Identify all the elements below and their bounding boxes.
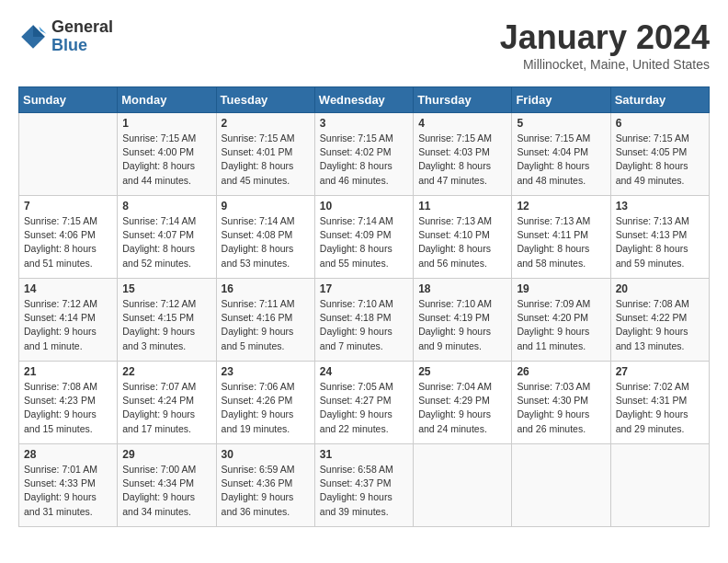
calendar-cell: 20Sunrise: 7:08 AMSunset: 4:22 PMDayligh… (610, 279, 709, 362)
day-info: Sunrise: 7:14 AMSunset: 4:08 PMDaylight:… (222, 214, 310, 270)
calendar-cell: 7Sunrise: 7:15 AMSunset: 4:06 PMDaylight… (19, 196, 118, 279)
day-info: Sunrise: 7:11 AMSunset: 4:16 PMDaylight:… (222, 297, 310, 353)
day-info: Sunrise: 7:15 AMSunset: 4:02 PMDaylight:… (320, 132, 408, 188)
day-info: Sunrise: 7:07 AMSunset: 4:24 PMDaylight:… (122, 380, 210, 436)
day-info: Sunrise: 7:04 AMSunset: 4:29 PMDaylight:… (418, 380, 506, 436)
calendar-cell: 2Sunrise: 7:15 AMSunset: 4:01 PMDaylight… (216, 113, 314, 196)
calendar-cell: 18Sunrise: 7:10 AMSunset: 4:19 PMDayligh… (414, 279, 512, 362)
day-info: Sunrise: 7:15 AMSunset: 4:00 PMDaylight:… (122, 132, 210, 188)
day-number: 3 (320, 117, 408, 130)
day-number: 7 (24, 200, 112, 213)
title-block: January 2024 Millinocket, Maine, United … (500, 18, 710, 72)
calendar-cell: 12Sunrise: 7:13 AMSunset: 4:11 PMDayligh… (512, 196, 610, 279)
day-info: Sunrise: 7:05 AMSunset: 4:27 PMDaylight:… (320, 380, 408, 436)
calendar-cell: 22Sunrise: 7:07 AMSunset: 4:24 PMDayligh… (118, 362, 216, 444)
day-info: Sunrise: 7:15 AMSunset: 4:03 PMDaylight:… (418, 132, 506, 188)
calendar-cell: 10Sunrise: 7:14 AMSunset: 4:09 PMDayligh… (314, 196, 413, 279)
calendar-cell: 24Sunrise: 7:05 AMSunset: 4:27 PMDayligh… (314, 362, 413, 444)
day-info: Sunrise: 7:13 AMSunset: 4:11 PMDaylight:… (517, 214, 605, 270)
calendar-cell (414, 444, 512, 527)
day-number: 12 (517, 200, 605, 213)
day-header-tuesday: Tuesday (216, 87, 314, 113)
calendar-week-4: 21Sunrise: 7:08 AMSunset: 4:23 PMDayligh… (19, 362, 710, 444)
calendar-cell: 14Sunrise: 7:12 AMSunset: 4:14 PMDayligh… (19, 279, 118, 362)
day-info: Sunrise: 7:08 AMSunset: 4:22 PMDaylight:… (616, 297, 704, 353)
calendar-cell: 11Sunrise: 7:13 AMSunset: 4:10 PMDayligh… (414, 196, 512, 279)
calendar-week-3: 14Sunrise: 7:12 AMSunset: 4:14 PMDayligh… (19, 279, 710, 362)
day-number: 22 (122, 365, 210, 378)
day-number: 16 (222, 282, 310, 295)
day-number: 14 (24, 282, 112, 295)
day-info: Sunrise: 7:15 AMSunset: 4:06 PMDaylight:… (24, 214, 112, 270)
day-header-monday: Monday (118, 87, 216, 113)
day-number: 6 (616, 117, 704, 130)
day-info: Sunrise: 7:14 AMSunset: 4:09 PMDaylight:… (320, 214, 408, 270)
calendar-cell: 19Sunrise: 7:09 AMSunset: 4:20 PMDayligh… (512, 279, 610, 362)
day-info: Sunrise: 7:12 AMSunset: 4:15 PMDaylight:… (122, 297, 210, 353)
day-info: Sunrise: 7:15 AMSunset: 4:01 PMDaylight:… (222, 132, 310, 188)
calendar-cell: 1Sunrise: 7:15 AMSunset: 4:00 PMDaylight… (118, 113, 216, 196)
day-number: 30 (222, 448, 310, 461)
day-info: Sunrise: 7:08 AMSunset: 4:23 PMDaylight:… (24, 380, 112, 436)
day-info: Sunrise: 6:58 AMSunset: 4:37 PMDaylight:… (320, 463, 408, 519)
calendar-cell: 30Sunrise: 6:59 AMSunset: 4:36 PMDayligh… (216, 444, 314, 527)
day-number: 18 (418, 282, 506, 295)
logo-icon (18, 22, 48, 52)
day-number: 15 (122, 282, 210, 295)
day-number: 4 (418, 117, 506, 130)
calendar-cell: 29Sunrise: 7:00 AMSunset: 4:34 PMDayligh… (118, 444, 216, 527)
calendar-cell: 6Sunrise: 7:15 AMSunset: 4:05 PMDaylight… (610, 113, 709, 196)
location-text: Millinocket, Maine, United States (500, 57, 710, 72)
day-number: 20 (616, 282, 704, 295)
day-number: 28 (24, 448, 112, 461)
day-number: 23 (222, 365, 310, 378)
calendar-cell: 25Sunrise: 7:04 AMSunset: 4:29 PMDayligh… (414, 362, 512, 444)
calendar-cell: 17Sunrise: 7:10 AMSunset: 4:18 PMDayligh… (314, 279, 413, 362)
calendar-cell (19, 113, 118, 196)
day-number: 31 (320, 448, 408, 461)
day-info: Sunrise: 7:09 AMSunset: 4:20 PMDaylight:… (517, 297, 605, 353)
day-info: Sunrise: 7:14 AMSunset: 4:07 PMDaylight:… (122, 214, 210, 270)
logo-general-text: General (51, 18, 113, 37)
page-header: General Blue January 2024 Millinocket, M… (18, 18, 710, 72)
calendar-cell: 21Sunrise: 7:08 AMSunset: 4:23 PMDayligh… (19, 362, 118, 444)
day-header-sunday: Sunday (19, 87, 118, 113)
month-title: January 2024 (500, 18, 710, 57)
calendar-cell (512, 444, 610, 527)
calendar-week-1: 1Sunrise: 7:15 AMSunset: 4:00 PMDaylight… (19, 113, 710, 196)
day-header-friday: Friday (512, 87, 610, 113)
day-number: 19 (517, 282, 605, 295)
day-number: 2 (222, 117, 310, 130)
day-info: Sunrise: 7:13 AMSunset: 4:10 PMDaylight:… (418, 214, 506, 270)
day-number: 27 (616, 365, 704, 378)
day-number: 11 (418, 200, 506, 213)
logo-text: General Blue (51, 18, 113, 55)
day-header-saturday: Saturday (610, 87, 709, 113)
day-info: Sunrise: 7:03 AMSunset: 4:30 PMDaylight:… (517, 380, 605, 436)
day-number: 9 (222, 200, 310, 213)
day-number: 8 (122, 200, 210, 213)
calendar-body: 1Sunrise: 7:15 AMSunset: 4:00 PMDaylight… (19, 113, 710, 527)
calendar-cell: 23Sunrise: 7:06 AMSunset: 4:26 PMDayligh… (216, 362, 314, 444)
calendar-cell: 31Sunrise: 6:58 AMSunset: 4:37 PMDayligh… (314, 444, 413, 527)
calendar-cell: 27Sunrise: 7:02 AMSunset: 4:31 PMDayligh… (610, 362, 709, 444)
calendar-cell (610, 444, 709, 527)
calendar-cell: 13Sunrise: 7:13 AMSunset: 4:13 PMDayligh… (610, 196, 709, 279)
day-number: 13 (616, 200, 704, 213)
logo-blue-text: Blue (51, 37, 113, 55)
calendar-cell: 4Sunrise: 7:15 AMSunset: 4:03 PMDaylight… (414, 113, 512, 196)
calendar-cell: 8Sunrise: 7:14 AMSunset: 4:07 PMDaylight… (118, 196, 216, 279)
day-number: 1 (122, 117, 210, 130)
day-number: 26 (517, 365, 605, 378)
day-info: Sunrise: 7:01 AMSunset: 4:33 PMDaylight:… (24, 463, 112, 519)
day-info: Sunrise: 7:06 AMSunset: 4:26 PMDaylight:… (222, 380, 310, 436)
calendar-week-5: 28Sunrise: 7:01 AMSunset: 4:33 PMDayligh… (19, 444, 710, 527)
day-number: 17 (320, 282, 408, 295)
day-info: Sunrise: 6:59 AMSunset: 4:36 PMDaylight:… (222, 463, 310, 519)
day-info: Sunrise: 7:10 AMSunset: 4:18 PMDaylight:… (320, 297, 408, 353)
day-number: 29 (122, 448, 210, 461)
day-info: Sunrise: 7:12 AMSunset: 4:14 PMDaylight:… (24, 297, 112, 353)
calendar-week-2: 7Sunrise: 7:15 AMSunset: 4:06 PMDaylight… (19, 196, 710, 279)
day-number: 21 (24, 365, 112, 378)
calendar-header: SundayMondayTuesdayWednesdayThursdayFrid… (19, 87, 710, 113)
